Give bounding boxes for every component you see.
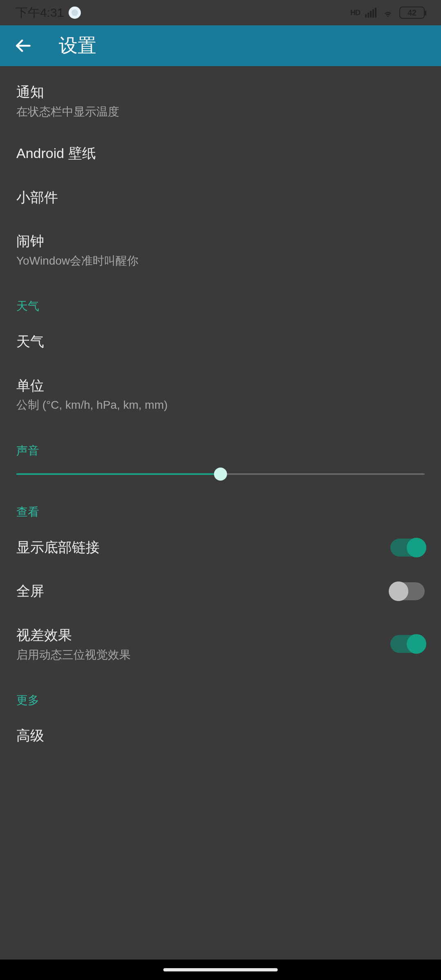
item-title: 高级 xyxy=(16,726,425,746)
item-subtitle: 公制 (°C, km/h, hPa, km, mm) xyxy=(16,398,425,412)
status-left: 下午4:31 xyxy=(16,4,81,21)
item-advanced[interactable]: 高级 xyxy=(0,714,441,746)
item-title: 小部件 xyxy=(16,188,425,207)
settings-list[interactable]: 通知 在状态栏中显示温度 Android 壁纸 小部件 闹钟 YoWindow会… xyxy=(0,66,441,980)
item-android-wallpaper[interactable]: Android 壁纸 xyxy=(0,131,441,176)
item-fullscreen[interactable]: 全屏 xyxy=(0,569,441,613)
item-widgets[interactable]: 小部件 xyxy=(0,176,441,220)
item-show-bottom-links[interactable]: 显示底部链接 xyxy=(0,526,441,570)
item-title: 视差效果 xyxy=(16,626,390,645)
back-arrow-icon[interactable] xyxy=(13,36,33,56)
section-header-sound: 声音 xyxy=(0,425,441,464)
slider-fill xyxy=(16,473,220,475)
toggle-fullscreen[interactable] xyxy=(390,582,425,600)
app-bar: 设置 xyxy=(0,25,441,66)
section-header-view: 查看 xyxy=(0,486,441,526)
section-header-weather: 天气 xyxy=(0,281,441,320)
toggle-parallax[interactable] xyxy=(390,635,425,653)
item-title: 单位 xyxy=(16,376,425,396)
sound-slider[interactable] xyxy=(0,464,441,486)
status-time: 下午4:31 xyxy=(16,4,64,21)
wifi-icon xyxy=(381,8,394,18)
screen: 下午4:31 HD 42 设置 通知 在状态栏中显示温度 Android 壁纸 … xyxy=(0,0,441,980)
item-title: 全屏 xyxy=(16,581,390,601)
item-title: 闹钟 xyxy=(16,232,425,251)
section-header-more: 更多 xyxy=(0,675,441,714)
item-subtitle: 在状态栏中显示温度 xyxy=(16,105,425,119)
gesture-bar xyxy=(0,960,441,980)
item-title: 显示底部链接 xyxy=(16,538,390,557)
item-notifications[interactable]: 通知 在状态栏中显示温度 xyxy=(0,70,441,131)
item-title: Android 壁纸 xyxy=(16,144,425,163)
status-right: HD 42 xyxy=(350,7,425,19)
item-units[interactable]: 单位 公制 (°C, km/h, hPa, km, mm) xyxy=(0,364,441,425)
status-bar: 下午4:31 HD 42 xyxy=(0,0,441,25)
toggle-show-bottom-links[interactable] xyxy=(390,539,425,557)
item-subtitle: 启用动态三位视觉效果 xyxy=(16,648,390,662)
item-parallax[interactable]: 视差效果 启用动态三位视觉效果 xyxy=(0,613,441,675)
hd-icon: HD xyxy=(350,9,360,17)
item-title: 天气 xyxy=(16,332,425,352)
item-subtitle: YoWindow会准时叫醒你 xyxy=(16,254,425,268)
item-title: 通知 xyxy=(16,82,425,102)
slider-thumb[interactable] xyxy=(214,468,227,481)
weather-status-icon xyxy=(69,7,81,19)
page-title: 设置 xyxy=(59,33,96,58)
battery-icon: 42 xyxy=(399,7,425,19)
item-alarm[interactable]: 闹钟 YoWindow会准时叫醒你 xyxy=(0,219,441,281)
gesture-pill[interactable] xyxy=(163,968,278,971)
item-weather[interactable]: 天气 xyxy=(0,320,441,364)
cellular-signal-icon xyxy=(365,8,376,18)
